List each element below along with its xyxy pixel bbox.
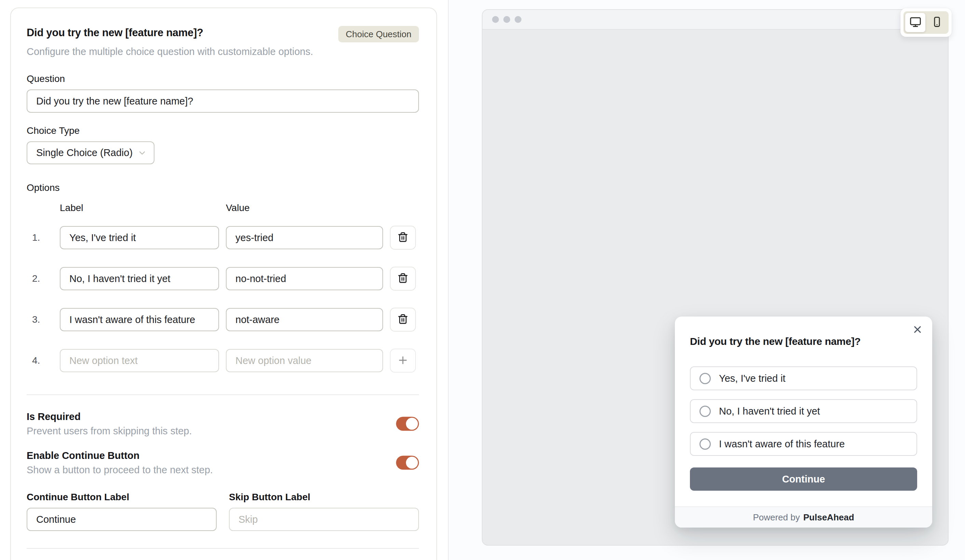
section-divider xyxy=(27,394,419,395)
question-label: Question xyxy=(27,73,419,85)
enable-continue-toggle[interactable] xyxy=(396,456,419,470)
options-header-row: Label Value xyxy=(27,202,419,214)
choice-type-select[interactable]: Single Choice (Radio) xyxy=(27,141,154,164)
mobile-preview-button[interactable] xyxy=(927,13,947,32)
options-column-value: Value xyxy=(226,202,383,214)
chevron-down-icon xyxy=(137,148,147,158)
radio-icon xyxy=(700,406,711,417)
device-toggle-group xyxy=(903,11,949,34)
options-column-label: Label xyxy=(60,202,219,214)
desktop-preview-button[interactable] xyxy=(905,13,925,32)
editor-title: Did you try the new [feature name]? xyxy=(27,26,203,39)
option-value-input[interactable] xyxy=(226,308,383,331)
option-value-input[interactable] xyxy=(226,267,383,290)
editor-header: Did you try the new [feature name]? Choi… xyxy=(27,26,419,42)
plus-icon xyxy=(397,354,409,367)
window-dot-icon xyxy=(515,16,522,23)
skip-button-label-title: Skip Button Label xyxy=(229,491,419,503)
enable-continue-title: Enable Continue Button xyxy=(27,450,385,461)
question-type-badge: Choice Question xyxy=(338,26,419,42)
option-index: 4. xyxy=(27,355,53,366)
survey-option-2[interactable]: No, I haven't tried it yet xyxy=(690,399,917,423)
brand-name: PulseAhead xyxy=(803,512,854,523)
option-label-input[interactable] xyxy=(60,267,219,290)
survey-option-label: No, I haven't tried it yet xyxy=(719,406,820,417)
is-required-toggle[interactable] xyxy=(396,417,419,431)
monitor-icon xyxy=(909,16,922,29)
question-editor-card: Did you try the new [feature name]? Choi… xyxy=(10,8,437,560)
delete-option-button[interactable] xyxy=(390,267,416,291)
trash-icon xyxy=(397,273,408,285)
survey-popup: Did you try the new [feature name]? Yes,… xyxy=(675,317,932,527)
continue-button-label-input[interactable] xyxy=(27,508,217,531)
enable-continue-row: Enable Continue Button Show a button to … xyxy=(27,450,419,476)
option-value-input[interactable] xyxy=(226,226,383,249)
smartphone-icon xyxy=(931,16,943,29)
survey-option-label: I wasn't aware of this feature xyxy=(719,438,845,450)
delete-option-button[interactable] xyxy=(390,226,416,250)
question-input[interactable] xyxy=(27,90,419,113)
survey-option-label: Yes, I've tried it xyxy=(719,373,786,384)
window-dot-icon xyxy=(503,16,510,23)
survey-body: Did you try the new [feature name]? Yes,… xyxy=(675,317,932,491)
option-label-input[interactable] xyxy=(60,226,219,249)
powered-by-text: Powered by xyxy=(753,512,800,523)
option-row-1: 1. xyxy=(27,226,419,250)
delete-option-button[interactable] xyxy=(390,308,416,331)
option-index: 2. xyxy=(27,273,53,284)
add-option-button[interactable] xyxy=(390,349,416,372)
radio-icon xyxy=(700,373,711,384)
trash-icon xyxy=(397,232,408,244)
close-popup-button[interactable] xyxy=(913,325,922,335)
editor-subtitle: Configure the multiple choice question w… xyxy=(27,46,419,57)
section-divider xyxy=(27,548,419,549)
close-icon xyxy=(913,325,922,335)
radio-icon xyxy=(700,438,711,450)
option-row-3: 3. xyxy=(27,308,419,331)
survey-question-title: Did you try the new [feature name]? xyxy=(690,335,917,348)
new-option-label-input[interactable] xyxy=(60,349,219,372)
choice-type-value: Single Choice (Radio) xyxy=(36,147,132,158)
survey-option-3[interactable]: I wasn't aware of this feature xyxy=(690,432,917,456)
button-labels-inputs xyxy=(27,508,419,531)
trash-icon xyxy=(397,314,408,326)
options-label: Options xyxy=(27,182,419,194)
choice-type-label: Choice Type xyxy=(27,125,419,137)
option-label-input[interactable] xyxy=(60,308,219,331)
is-required-description: Prevent users from skipping this step. xyxy=(27,425,385,437)
new-option-value-input[interactable] xyxy=(226,349,383,372)
is-required-title: Is Required xyxy=(27,411,385,422)
option-index: 1. xyxy=(27,232,53,243)
enable-continue-description: Show a button to proceed to the next ste… xyxy=(27,464,385,476)
survey-option-1[interactable]: Yes, I've tried it xyxy=(690,366,917,390)
continue-button-label-title: Continue Button Label xyxy=(27,491,217,503)
button-labels-header: Continue Button Label Skip Button Label xyxy=(27,491,419,503)
device-toggle xyxy=(900,8,952,37)
preview-panel: Did you try the new [feature name]? Yes,… xyxy=(448,0,965,560)
is-required-row: Is Required Prevent users from skipping … xyxy=(27,411,419,437)
option-row-2: 2. xyxy=(27,267,419,291)
window-dot-icon xyxy=(492,16,499,23)
new-option-row: 4. xyxy=(27,349,419,372)
survey-footer: Powered by PulseAhead xyxy=(675,506,932,527)
browser-header xyxy=(483,10,948,30)
skip-button-label-input[interactable] xyxy=(229,508,419,531)
survey-options: Yes, I've tried it No, I haven't tried i… xyxy=(690,366,917,456)
option-index: 3. xyxy=(27,314,53,325)
survey-continue-button[interactable]: Continue xyxy=(690,467,917,491)
